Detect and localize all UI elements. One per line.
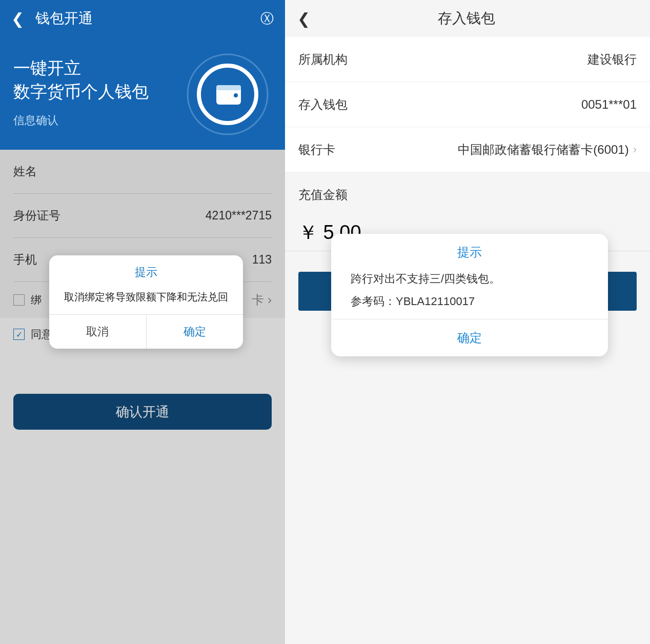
cancel-button[interactable]: 取消 (49, 315, 147, 349)
header-title: 存入钱包 (310, 9, 622, 28)
back-icon[interactable]: ❮ (297, 10, 310, 28)
amount-label: 充值金额 (285, 172, 650, 208)
id-label: 身份证号 (13, 208, 206, 224)
svg-point-4 (234, 93, 238, 97)
row-id[interactable]: 身份证号 4210***2715 (13, 194, 272, 238)
wallet-label: 存入钱包 (298, 96, 581, 113)
row-org: 所属机构 建设银行 (285, 37, 650, 82)
wallet-value: 0051***01 (581, 97, 637, 112)
dialog-refcode: 参考码：YBLA12110017 (331, 291, 608, 319)
header: ❮ 存入钱包 (285, 0, 650, 37)
wallet-icon (185, 51, 271, 137)
chevron-right-icon: › (633, 143, 637, 156)
back-icon[interactable]: ❮ (11, 10, 24, 28)
bind-label: 绑 (31, 293, 42, 307)
header: ❮ 钱包开通 Ⓧ (0, 0, 285, 37)
dialog: 提示 跨行对出不支持三/四类钱包。 参考码：YBLA12110017 确定 (331, 234, 608, 356)
svg-rect-3 (216, 85, 241, 90)
row-wallet: 存入钱包 0051***01 (285, 82, 650, 127)
banner: 一键开立 数字货币个人钱包 信息确认 (0, 37, 285, 150)
dialog-message: 取消绑定将导致限额下降和无法兑回 (49, 285, 243, 314)
dialog-title: 提示 (49, 255, 243, 285)
dialog-message: 跨行对出不支持三/四类钱包。 (331, 267, 608, 291)
bind-suffix: 卡 › (252, 292, 272, 308)
checkbox-bind[interactable] (13, 294, 25, 306)
submit-button[interactable]: 确认开通 (13, 394, 272, 430)
ok-button[interactable]: 确定 (331, 319, 608, 356)
screen-wallet-open: ❮ 钱包开通 Ⓧ 一键开立 数字货币个人钱包 信息确认 姓名 身份证号 4210… (0, 0, 285, 644)
row-card[interactable]: 银行卡 中国邮政储蓄银行储蓄卡(6001) › (285, 127, 650, 172)
dialog: 提示 取消绑定将导致限额下降和无法兑回 取消 确定 (49, 255, 243, 349)
org-label: 所属机构 (298, 51, 587, 68)
checkbox-agree[interactable]: ✓ (13, 329, 25, 340)
name-label: 姓名 (13, 164, 272, 179)
card-label: 银行卡 (298, 142, 458, 158)
ok-button[interactable]: 确定 (147, 315, 243, 349)
screen-deposit: ❮ 存入钱包 所属机构 建设银行 存入钱包 0051***01 银行卡 中国邮政… (285, 0, 650, 644)
dialog-buttons: 取消 确定 (49, 314, 243, 349)
row-name[interactable]: 姓名 (13, 150, 272, 194)
header-title: 钱包开通 (35, 9, 260, 28)
id-value: 4210***2715 (206, 209, 272, 223)
close-icon[interactable]: Ⓧ (260, 10, 274, 28)
info-list: 所属机构 建设银行 存入钱包 0051***01 银行卡 中国邮政储蓄银行储蓄卡… (285, 37, 650, 172)
phone-value: 113 (252, 253, 272, 267)
dialog-title: 提示 (331, 234, 608, 267)
submit-label: 确认开通 (116, 403, 169, 421)
org-value: 建设银行 (587, 51, 637, 68)
card-value: 中国邮政储蓄银行储蓄卡(6001) (458, 142, 628, 158)
